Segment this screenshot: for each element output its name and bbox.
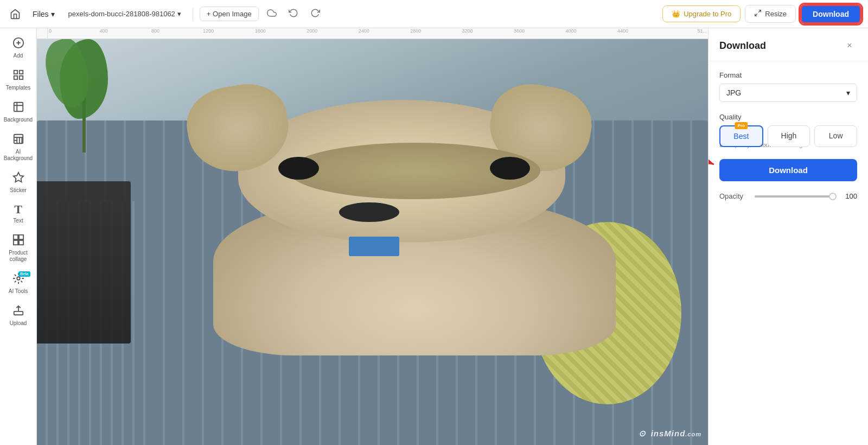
filename-chevron-icon: ▾	[177, 10, 181, 18]
quality-options: Pro Best High Low	[719, 125, 857, 147]
sidebar-item-templates-label: Templates	[6, 85, 31, 91]
svg-rect-6	[19, 71, 22, 74]
home-button[interactable]	[7, 5, 24, 23]
svg-rect-15	[13, 240, 17, 245]
sidebar-item-templates[interactable]: Templates	[2, 65, 35, 96]
filename-selector[interactable]: pexels-dom-bucci-281808-981062 ▾	[63, 7, 186, 21]
topbar-separator	[193, 8, 193, 21]
sidebar-item-text-label: Text	[13, 218, 23, 224]
topbar: Files ▾ pexels-dom-bucci-281808-981062 ▾…	[0, 0, 868, 28]
sidebar-item-ai-tools-label: AI Tools	[9, 288, 28, 295]
open-image-button[interactable]: + Open Image	[200, 7, 259, 21]
undo-button[interactable]	[285, 5, 302, 23]
format-value: JPG	[726, 88, 741, 97]
quality-best-button[interactable]: Pro Best	[719, 125, 763, 147]
format-selector[interactable]: JPG ▾	[719, 84, 857, 102]
sidebar: Add Templates Background	[0, 28, 37, 445]
opacity-section: Opacity 100	[719, 192, 857, 200]
upgrade-label: Upgrade to Pro	[684, 10, 731, 18]
download-panel-title: Download	[719, 40, 766, 52]
filename-text: pexels-dom-bucci-281808-981062	[68, 10, 175, 18]
sidebar-item-sticker-label: Sticker	[10, 187, 27, 194]
redo-icon	[310, 8, 320, 20]
sticker-icon	[12, 171, 24, 185]
sidebar-item-upload[interactable]: Upload	[2, 300, 35, 331]
quality-high-label: High	[781, 131, 797, 140]
sidebar-item-ai-background[interactable]: AI Background	[2, 129, 35, 166]
cloud-icon	[267, 8, 277, 20]
quality-high-button[interactable]: High	[768, 125, 810, 147]
format-chevron-icon: ▾	[846, 88, 850, 97]
product-collage-icon	[12, 234, 24, 247]
sidebar-item-text[interactable]: T Text	[2, 199, 35, 228]
sidebar-item-product-collage[interactable]: Product collage	[2, 230, 35, 267]
cloud-sync-button[interactable]	[263, 5, 280, 23]
sidebar-item-add-label: Add	[14, 53, 23, 59]
main-layout: Add Templates Background	[0, 28, 868, 445]
sidebar-item-sticker[interactable]: Sticker	[2, 167, 35, 198]
ruler-horizontal: 0 400 800 1200 1600 2000 2400 2800 3200 …	[48, 28, 708, 39]
undo-icon	[289, 8, 298, 20]
opacity-row: Opacity 100	[719, 192, 857, 200]
background-icon	[12, 101, 24, 115]
opacity-slider[interactable]	[755, 195, 837, 198]
opacity-value: 100	[842, 192, 857, 200]
redo-button[interactable]	[307, 5, 324, 23]
templates-icon	[12, 69, 24, 82]
canvas-watermark: ⊙ insMind.com	[639, 429, 701, 438]
watermark-text: insMind	[651, 429, 686, 438]
upgrade-to-pro-button[interactable]: 👑 Upgrade to Pro	[662, 5, 741, 22]
sidebar-item-ai-background-label: AI Background	[4, 149, 33, 162]
download-panel-body: Format JPG ▾ Quality Pro Best High	[709, 61, 868, 210]
sidebar-item-upload-label: Upload	[10, 320, 27, 327]
format-label: Format	[719, 71, 857, 79]
download-button-container: Download	[719, 159, 857, 181]
download-header-button[interactable]: Download	[800, 4, 861, 24]
svg-point-17	[17, 277, 20, 280]
svg-line-1	[755, 14, 757, 16]
sidebar-item-add[interactable]: Add	[2, 33, 35, 63]
svg-rect-13	[13, 235, 17, 239]
files-chevron-icon: ▾	[51, 10, 55, 18]
sidebar-item-background-label: Background	[4, 117, 33, 123]
crown-icon: 👑	[672, 10, 680, 18]
download-panel: Download × Format JPG ▾ Quality Pro	[708, 28, 868, 445]
add-icon	[12, 37, 24, 50]
pro-badge: Pro	[735, 122, 748, 129]
open-image-label: + Open Image	[207, 10, 252, 18]
svg-rect-14	[18, 235, 23, 239]
upload-icon	[12, 304, 24, 318]
close-icon: ×	[847, 41, 852, 50]
resize-button[interactable]: Resize	[745, 5, 796, 23]
sidebar-item-background[interactable]: Background	[2, 97, 35, 128]
svg-rect-5	[14, 71, 17, 74]
opacity-label: Opacity	[719, 192, 749, 200]
ai-tools-beta-badge: Beta	[18, 271, 30, 277]
quality-low-label: Low	[829, 131, 843, 140]
download-panel-close-button[interactable]: ×	[842, 38, 857, 53]
quality-low-button[interactable]: Low	[814, 125, 857, 147]
ai-background-icon	[12, 133, 24, 147]
format-section: Format JPG ▾	[719, 71, 857, 102]
files-menu-button[interactable]: Files ▾	[28, 8, 59, 21]
svg-line-0	[759, 10, 761, 12]
canvas-viewport[interactable]: ⊙ insMind.com	[37, 39, 708, 445]
quality-best-label: Best	[733, 132, 749, 141]
svg-rect-8	[19, 76, 22, 79]
svg-rect-18	[14, 312, 23, 315]
quality-label: Quality	[719, 113, 857, 121]
text-icon: T	[14, 204, 22, 215]
download-action-button[interactable]: Download	[719, 159, 857, 181]
download-panel-header: Download ×	[709, 28, 868, 61]
files-label: Files	[33, 10, 49, 18]
watermark-icon: ⊙	[639, 429, 646, 438]
opacity-slider-thumb[interactable]	[829, 193, 837, 200]
svg-rect-7	[14, 76, 17, 79]
sidebar-item-product-collage-label: Product collage	[9, 250, 27, 263]
sidebar-item-ai-tools[interactable]: Beta AI Tools	[2, 268, 35, 299]
resize-icon	[754, 9, 762, 18]
resize-label: Resize	[765, 10, 787, 18]
svg-rect-16	[18, 240, 23, 245]
quality-section: Quality Pro Best High Low Best quality w…	[719, 113, 857, 148]
svg-rect-9	[14, 103, 23, 112]
